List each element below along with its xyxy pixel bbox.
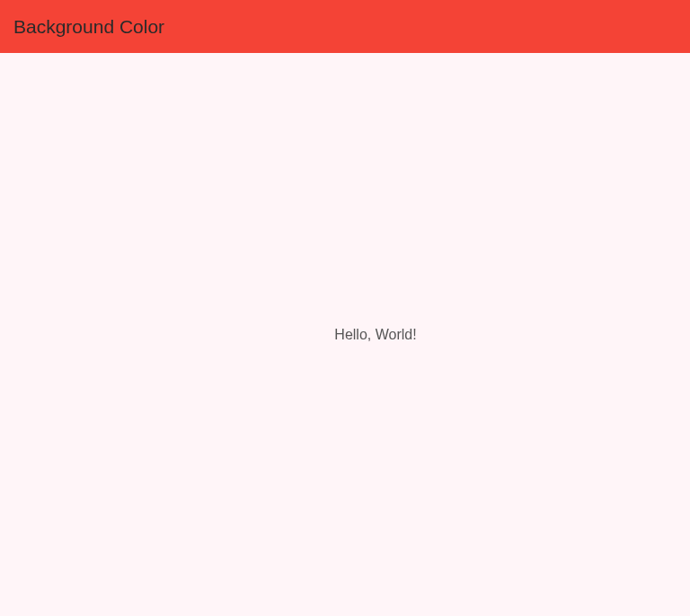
main-content: Hello, World! <box>0 53 690 616</box>
app-bar-title: Background Color <box>13 16 164 38</box>
hello-text: Hello, World! <box>334 327 416 343</box>
app-bar: Background Color <box>0 0 690 53</box>
